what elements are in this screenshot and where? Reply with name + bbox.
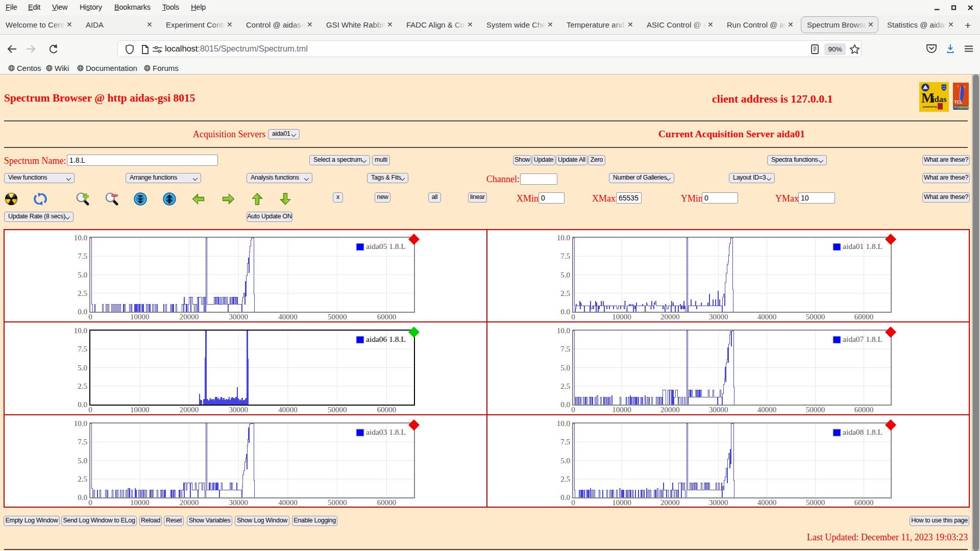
svg-text:POWERED: POWERED	[954, 106, 970, 109]
svg-text:idas: idas	[932, 94, 947, 104]
svg-text:TCL: TCL	[954, 99, 963, 105]
svg-text:powered by: powered by	[923, 105, 937, 108]
